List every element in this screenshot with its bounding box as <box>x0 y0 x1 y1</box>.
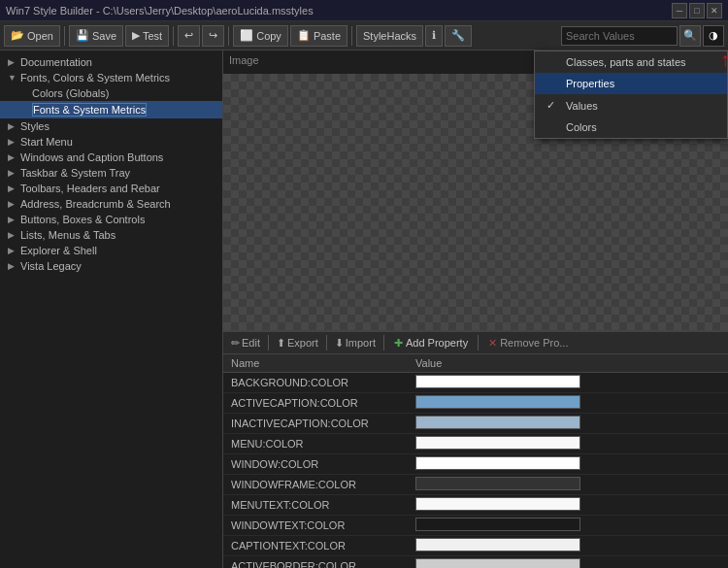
table-row[interactable]: WINDOWTEXT:COLOR <box>223 516 728 536</box>
sidebar-item-buttons[interactable]: ▶Buttons, Boxes & Controls <box>0 212 222 227</box>
sidebar-item-taskbar[interactable]: ▶Taskbar & System Tray <box>0 165 222 181</box>
sidebar-item-documentation[interactable]: ▶Documentation <box>0 54 222 70</box>
table-row[interactable]: CAPTIONTEXT:COLOR <box>223 536 728 556</box>
col-name-header: Name <box>223 354 408 373</box>
edit-icon: ✏ <box>231 337 240 350</box>
sidebar-item-start-menu[interactable]: ▶Start Menu <box>0 134 222 150</box>
table-row[interactable]: BACKGROUND:COLOR <box>223 373 728 393</box>
import-button[interactable]: ⬇ Import <box>331 333 380 352</box>
table-row[interactable]: MENU:COLOR <box>223 434 728 454</box>
property-table-area: Name Value BACKGROUND:COLORACTIVECAPTION… <box>223 354 728 568</box>
toolbar-separator-2 <box>173 26 174 46</box>
sidebar-item-label: Fonts, Colors & System Metrics <box>20 72 170 84</box>
property-value-cell <box>408 516 728 536</box>
table-row[interactable]: WINDOW:COLOR <box>223 454 728 475</box>
sidebar-item-label: Windows and Caption Buttons <box>20 151 163 163</box>
property-value-cell <box>408 414 728 434</box>
color-swatch <box>415 477 580 490</box>
right-panel: Image Classes, parts and statesPropertie… <box>223 50 728 568</box>
stylehacks-button[interactable]: StyleHacks <box>356 25 423 47</box>
btb-sep-4 <box>478 335 479 351</box>
dropdown-item-label: Classes, parts and states <box>566 56 686 68</box>
sidebar-item-toolbars[interactable]: ▶Toolbars, Headers and Rebar <box>0 181 222 196</box>
dropdown-item-colors[interactable]: Colors <box>535 117 727 138</box>
export-button[interactable]: ⬆ Export <box>273 333 322 352</box>
sidebar-item-label: Explorer & Shell <box>20 245 97 256</box>
table-row[interactable]: INACTIVECAPTION:COLOR <box>223 414 728 434</box>
color-swatch <box>415 538 580 551</box>
close-button[interactable]: ✕ <box>707 3 722 18</box>
tree-arrow-icon: ▶ <box>8 261 17 271</box>
paste-button[interactable]: 📋 Paste <box>290 25 347 47</box>
copy-icon: ⬜ <box>240 29 253 42</box>
redo-button[interactable]: ↪ <box>202 25 224 47</box>
toolbar-separator-4 <box>351 26 352 46</box>
btb-sep-1 <box>268 335 269 351</box>
tree-arrow-icon: ▼ <box>8 73 17 83</box>
sidebar-item-label: Documentation <box>20 56 92 68</box>
open-button[interactable]: 📂 Open <box>4 25 60 47</box>
add-icon: ✚ <box>394 337 403 350</box>
tree-arrow-icon: ▶ <box>8 230 17 240</box>
copy-button[interactable]: ⬜ Copy <box>233 25 288 47</box>
property-name-cell: MENU:COLOR <box>223 434 408 454</box>
color-swatch <box>415 395 580 409</box>
property-name-cell: CAPTIONTEXT:COLOR <box>223 536 408 556</box>
dropdown-item-values[interactable]: ✓Values <box>535 94 727 117</box>
sidebar-item-colors-globals[interactable]: Colors (Globals) <box>0 85 222 101</box>
sidebar-item-styles[interactable]: ▶Styles <box>0 118 222 134</box>
color-swatch <box>415 497 580 511</box>
col-value-header: Value <box>408 354 728 373</box>
table-row[interactable]: MENUTEXT:COLOR <box>223 495 728 516</box>
sidebar-item-windows-caption[interactable]: ▶Windows and Caption Buttons <box>0 150 222 165</box>
dropdown-item-label: Values <box>566 100 598 112</box>
add-property-button[interactable]: ✚ Add Property <box>388 333 474 352</box>
info-button[interactable]: ℹ <box>425 25 443 47</box>
tree-arrow-icon: ▶ <box>8 184 17 193</box>
test-icon: ▶ <box>132 29 140 42</box>
test-button[interactable]: ▶ Test <box>125 25 169 47</box>
import-icon: ⬇ <box>335 337 344 350</box>
color-swatch <box>415 436 580 450</box>
property-value-cell <box>408 495 728 516</box>
property-value-cell <box>408 556 728 569</box>
table-row[interactable]: WINDOWFRAME:COLOR <box>223 475 728 495</box>
maximize-button[interactable]: □ <box>689 3 705 18</box>
theme-toggle-button[interactable]: ◑ <box>703 25 724 47</box>
dropdown-item-classes-parts[interactable]: Classes, parts and states <box>535 51 727 73</box>
sidebar-item-label: Start Menu <box>20 136 73 148</box>
color-swatch <box>415 375 580 388</box>
dropdown-item-properties[interactable]: Properties <box>535 73 727 94</box>
sidebar-item-explorer[interactable]: ▶Explorer & Shell <box>0 243 222 258</box>
edit-button[interactable]: ✏ Edit <box>227 333 264 352</box>
sidebar-item-lists[interactable]: ▶Lists, Menus & Tabs <box>0 227 222 243</box>
sidebar-item-address[interactable]: ▶Address, Breadcrumb & Search <box>0 196 222 212</box>
sidebar-item-fonts-system[interactable]: Fonts & System Metrics <box>0 101 222 118</box>
table-row[interactable]: ACTIVEBORDER:COLOR <box>223 556 728 569</box>
undo-button[interactable]: ↩ <box>178 25 200 47</box>
sidebar-item-vista[interactable]: ▶Vista Legacy <box>0 258 222 274</box>
property-value-cell <box>408 373 728 393</box>
property-name-cell: ACTIVECAPTION:COLOR <box>223 393 408 414</box>
tree-arrow-icon: ▶ <box>8 57 17 67</box>
dropdown-menu: Classes, parts and statesProperties✓Valu… <box>534 50 728 139</box>
search-input[interactable] <box>561 26 678 46</box>
property-name-cell: WINDOWTEXT:COLOR <box>223 516 408 536</box>
property-name-cell: MENUTEXT:COLOR <box>223 495 408 516</box>
minimize-button[interactable]: ─ <box>672 3 687 18</box>
sidebar-item-label: Lists, Menus & Tabs <box>20 229 116 241</box>
table-row[interactable]: ACTIVECAPTION:COLOR <box>223 393 728 414</box>
remove-property-button[interactable]: ✕ Remove Pro... <box>482 333 574 352</box>
settings-button[interactable]: 🔧 <box>445 25 472 47</box>
wrench-icon: 🔧 <box>451 29 465 42</box>
sidebar-item-label: Taskbar & System Tray <box>20 167 130 179</box>
btb-sep-2 <box>326 335 327 351</box>
paste-icon: 📋 <box>297 29 311 42</box>
image-area: Image Classes, parts and statesPropertie… <box>223 50 728 331</box>
toolbar-separator <box>64 26 65 46</box>
save-button[interactable]: 💾 Save <box>69 25 123 47</box>
search-button[interactable]: 🔍 <box>679 25 701 47</box>
redo-icon: ↪ <box>209 29 217 42</box>
magnifier-icon: 🔍 <box>683 29 697 42</box>
sidebar-item-fonts-colors[interactable]: ▼Fonts, Colors & System Metrics <box>0 70 222 85</box>
